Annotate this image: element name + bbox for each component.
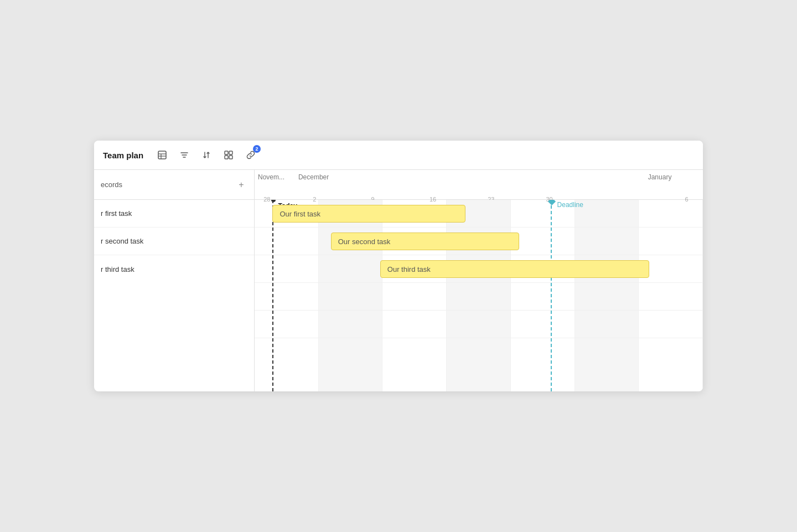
- svg-rect-4: [225, 151, 228, 154]
- gantt-bar-third[interactable]: Our third task: [380, 260, 649, 278]
- svg-rect-7: [229, 156, 232, 159]
- svg-rect-5: [229, 151, 232, 154]
- today-line: Today: [272, 200, 273, 391]
- toolbar: Team plan: [94, 141, 703, 170]
- gantt-bar-label: Our third task: [387, 265, 431, 273]
- gantt-bar-second[interactable]: Our second task: [331, 233, 519, 250]
- gantt-bar-first[interactable]: Our first task: [272, 205, 465, 223]
- gantt-header: Novem... December January 28 2 9 16 23 3…: [255, 170, 703, 200]
- gantt-body: Today Deadline Our first task Our second…: [255, 200, 703, 391]
- month-label-dec: December: [295, 173, 332, 181]
- add-record-button[interactable]: +: [235, 179, 247, 191]
- gantt-bar-label: Our first task: [280, 210, 320, 218]
- left-header: ecords +: [94, 170, 254, 200]
- svg-rect-6: [225, 156, 228, 159]
- month-label-nov: Novem...: [255, 173, 288, 181]
- deadline-line: Deadline: [551, 200, 552, 391]
- gantt-wrapper: ecords + r first task r second task r th…: [94, 170, 703, 391]
- link-icon[interactable]: 2: [243, 147, 258, 163]
- filter-icon[interactable]: [177, 147, 192, 163]
- table-icon[interactable]: [154, 147, 170, 163]
- sort-icon[interactable]: [199, 147, 214, 163]
- app-container: Team plan: [94, 141, 703, 391]
- grid-view-icon[interactable]: [221, 147, 236, 163]
- deadline-label: Deadline: [555, 200, 586, 210]
- list-item[interactable]: r first task: [94, 200, 254, 228]
- list-item[interactable]: r second task: [94, 228, 254, 255]
- month-label-jan: January: [645, 173, 675, 181]
- left-panel: ecords + r first task r second task r th…: [94, 170, 255, 391]
- left-header-label: ecords: [101, 180, 122, 189]
- svg-rect-0: [158, 151, 166, 159]
- link-badge: 2: [253, 145, 261, 153]
- right-panel: Novem... December January 28 2 9 16 23 3…: [255, 170, 703, 391]
- list-item[interactable]: r third task: [94, 255, 254, 283]
- gantt-rows: [255, 200, 703, 391]
- toolbar-title: Team plan: [103, 151, 143, 160]
- left-rows: r first task r second task r third task: [94, 200, 254, 391]
- gantt-bar-label: Our second task: [338, 237, 391, 246]
